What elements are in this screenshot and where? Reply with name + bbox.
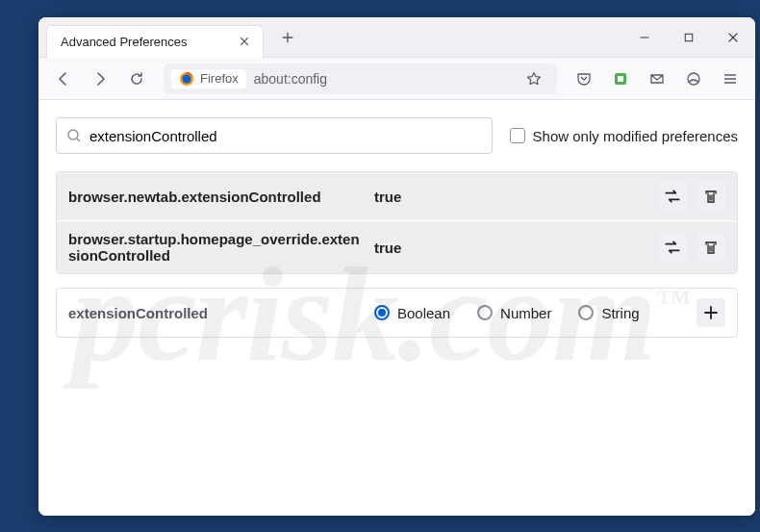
identity-label: Firefox <box>200 71 239 86</box>
reload-button[interactable] <box>121 63 152 94</box>
svg-point-2 <box>183 74 191 83</box>
extension-icon[interactable] <box>605 63 636 94</box>
reset-button[interactable] <box>697 182 725 211</box>
minimize-button[interactable] <box>622 17 667 58</box>
search-input[interactable] <box>89 128 482 144</box>
maximize-button[interactable] <box>667 17 711 58</box>
checkbox-icon <box>510 128 525 143</box>
identity-box[interactable]: Firefox <box>171 69 246 89</box>
search-row: Show only modified preferences <box>56 117 738 154</box>
radio-label: String <box>601 305 639 321</box>
search-icon <box>66 128 82 143</box>
pref-value: true <box>374 189 650 205</box>
firefox-icon <box>179 71 194 87</box>
account-icon[interactable] <box>678 63 709 94</box>
pref-row[interactable]: browser.startup.homepage_override.extens… <box>57 220 737 273</box>
pref-value: true <box>374 240 650 256</box>
radio-number[interactable]: Number <box>477 305 551 321</box>
menu-button[interactable] <box>715 63 746 94</box>
radio-boolean[interactable]: Boolean <box>374 305 450 321</box>
bookmark-star-icon[interactable] <box>519 63 549 94</box>
radio-label: Boolean <box>397 305 450 321</box>
close-window-button[interactable] <box>711 17 755 58</box>
mail-icon[interactable] <box>642 63 672 94</box>
row-actions <box>658 233 725 262</box>
window-controls <box>622 17 755 58</box>
svg-point-6 <box>68 130 78 139</box>
radio-icon <box>477 305 493 320</box>
reset-button[interactable] <box>697 233 725 262</box>
url-bar[interactable]: Firefox about:config <box>164 63 557 94</box>
titlebar: Advanced Preferences <box>38 17 755 58</box>
forward-button[interactable] <box>85 63 115 94</box>
radio-string[interactable]: String <box>578 305 639 321</box>
toggle-button[interactable] <box>658 182 687 211</box>
toggle-button[interactable] <box>658 233 687 262</box>
nav-toolbar: Firefox about:config <box>38 58 755 100</box>
url-text: about:config <box>254 71 327 87</box>
show-modified-checkbox[interactable]: Show only modified preferences <box>510 128 738 144</box>
svg-rect-4 <box>618 76 623 82</box>
pref-name: browser.newtab.extensionControlled <box>68 189 367 205</box>
new-pref-row: extensionControlled Boolean Number Strin… <box>56 288 738 338</box>
back-button[interactable] <box>48 63 79 94</box>
pref-name: browser.startup.homepage_override.extens… <box>68 231 367 264</box>
type-radio-group: Boolean Number String <box>374 305 689 321</box>
tab-title: Advanced Preferences <box>61 35 188 49</box>
radio-label: Number <box>500 305 551 321</box>
row-actions <box>658 182 725 211</box>
checkbox-label: Show only modified preferences <box>533 128 738 144</box>
pref-row[interactable]: browser.newtab.extensionControlled true <box>57 172 737 220</box>
radio-icon <box>578 305 594 320</box>
pref-list: browser.newtab.extensionControlled true … <box>56 171 738 274</box>
radio-icon <box>374 305 390 320</box>
new-tab-button[interactable] <box>273 23 302 52</box>
close-tab-icon[interactable] <box>236 33 253 50</box>
new-pref-name: extensionControlled <box>68 305 367 321</box>
browser-tab[interactable]: Advanced Preferences <box>46 25 264 58</box>
svg-rect-0 <box>685 34 693 41</box>
browser-window: Advanced Preferences <box>38 17 755 516</box>
svg-point-5 <box>688 73 699 85</box>
about-config-content: Show only modified preferences browser.n… <box>38 100 755 516</box>
search-box <box>56 117 493 154</box>
pocket-icon[interactable] <box>569 63 599 94</box>
add-pref-button[interactable] <box>697 298 725 327</box>
